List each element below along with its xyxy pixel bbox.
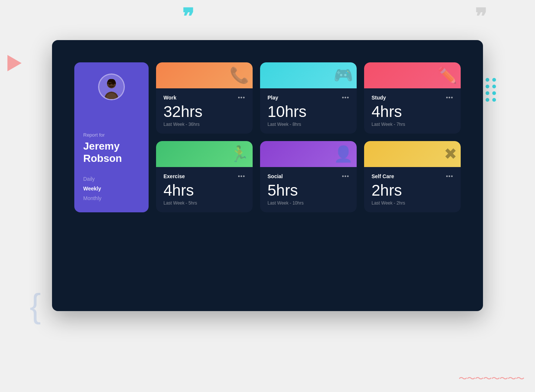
card-selfcare-body: Self Care ••• 2hrs Last Week - 2hrs bbox=[364, 167, 461, 212]
card-social-header: Social ••• bbox=[268, 173, 349, 180]
card-play: 🎮 Play ••• 10hrs Last Week - 8hrs bbox=[260, 62, 357, 134]
card-exercise: 🏃 Exercise ••• 4hrs Last Week - 5hrs bbox=[156, 141, 253, 212]
deco-arrow-pink bbox=[7, 55, 22, 71]
card-study-body: Study ••• 4hrs Last Week - 7hrs bbox=[364, 88, 461, 134]
social-icon: 👤 bbox=[334, 145, 353, 163]
card-work-strip: 📞 bbox=[156, 62, 253, 88]
card-play-header: Play ••• bbox=[268, 94, 349, 101]
card-play-body: Play ••• 10hrs Last Week - 8hrs bbox=[260, 88, 357, 134]
svg-point-2 bbox=[109, 84, 111, 85]
deco-quote-gray: ❞ bbox=[475, 4, 487, 30]
study-last-week: Last Week - 7hrs bbox=[372, 122, 453, 127]
card-social-strip: 👤 bbox=[260, 141, 357, 167]
work-hours: 32hrs bbox=[163, 104, 245, 120]
selfcare-last-week: Last Week - 2hrs bbox=[372, 200, 453, 206]
exercise-last-week: Last Week - 5hrs bbox=[163, 200, 245, 206]
play-last-week: Last Week - 8hrs bbox=[268, 122, 349, 127]
work-title: Work bbox=[163, 95, 176, 101]
selfcare-icon: ✖ bbox=[444, 145, 457, 163]
card-work: 📞 Work ••• 32hrs Last Week - 36hrs bbox=[156, 62, 253, 134]
card-social: 👤 Social ••• 5hrs Last Week - 10hrs bbox=[260, 141, 357, 212]
card-study: ✏️ Study ••• 4hrs Last Week - 7hrs bbox=[364, 62, 461, 134]
social-hours: 5hrs bbox=[268, 183, 349, 198]
selfcare-title: Self Care bbox=[372, 173, 394, 179]
card-study-strip: ✏️ bbox=[364, 62, 461, 88]
avatar-container bbox=[83, 74, 140, 100]
period-weekly[interactable]: Weekly bbox=[83, 186, 140, 192]
study-menu[interactable]: ••• bbox=[446, 94, 453, 101]
social-title: Social bbox=[268, 173, 283, 179]
deco-quote-cyan: ❞ bbox=[182, 4, 194, 30]
social-last-week: Last Week - 10hrs bbox=[268, 200, 349, 206]
exercise-hours: 4hrs bbox=[163, 183, 245, 198]
deco-brace: { bbox=[30, 287, 41, 325]
card-exercise-strip: 🏃 bbox=[156, 141, 253, 167]
card-selfcare-header: Self Care ••• bbox=[372, 173, 453, 180]
card-work-body: Work ••• 32hrs Last Week - 36hrs bbox=[156, 88, 253, 134]
selfcare-hours: 2hrs bbox=[372, 183, 453, 198]
card-play-strip: 🎮 bbox=[260, 62, 357, 88]
card-work-header: Work ••• bbox=[163, 94, 245, 101]
card-exercise-header: Exercise ••• bbox=[163, 173, 245, 180]
avatar bbox=[98, 74, 125, 100]
report-for-label: Report for bbox=[83, 110, 140, 138]
play-menu[interactable]: ••• bbox=[342, 94, 349, 101]
deco-wave: 〜〜〜〜〜〜〜〜 bbox=[458, 373, 524, 385]
study-hours: 4hrs bbox=[372, 104, 453, 120]
period-daily[interactable]: Daily bbox=[83, 176, 140, 182]
card-selfcare: ✖ Self Care ••• 2hrs Last Week - 2hrs bbox=[364, 141, 461, 212]
svg-point-3 bbox=[113, 84, 114, 85]
card-selfcare-strip: ✖ bbox=[364, 141, 461, 167]
work-last-week: Last Week - 36hrs bbox=[163, 122, 245, 127]
exercise-title: Exercise bbox=[163, 173, 185, 179]
period-list: Daily Weekly Monthly bbox=[83, 176, 140, 201]
exercise-icon: 🏃 bbox=[230, 145, 249, 163]
card-exercise-body: Exercise ••• 4hrs Last Week - 5hrs bbox=[156, 167, 253, 212]
play-hours: 10hrs bbox=[268, 104, 349, 120]
study-title: Study bbox=[372, 95, 386, 101]
selfcare-menu[interactable]: ••• bbox=[446, 173, 453, 180]
profile-card: Report for Jeremy Robson Daily Weekly Mo… bbox=[74, 62, 149, 212]
play-title: Play bbox=[268, 95, 278, 101]
study-icon: ✏️ bbox=[438, 66, 457, 84]
work-menu[interactable]: ••• bbox=[238, 94, 245, 101]
main-panel: Report for Jeremy Robson Daily Weekly Mo… bbox=[52, 40, 483, 311]
card-social-body: Social ••• 5hrs Last Week - 10hrs bbox=[260, 167, 357, 212]
period-monthly[interactable]: Monthly bbox=[83, 195, 140, 201]
exercise-menu[interactable]: ••• bbox=[238, 173, 245, 180]
play-icon: 🎮 bbox=[334, 66, 353, 84]
grid-layout: Report for Jeremy Robson Daily Weekly Mo… bbox=[74, 62, 461, 212]
work-icon: 📞 bbox=[230, 66, 249, 84]
card-study-header: Study ••• bbox=[372, 94, 453, 101]
user-name: Jeremy Robson bbox=[83, 140, 140, 165]
social-menu[interactable]: ••• bbox=[342, 173, 349, 180]
